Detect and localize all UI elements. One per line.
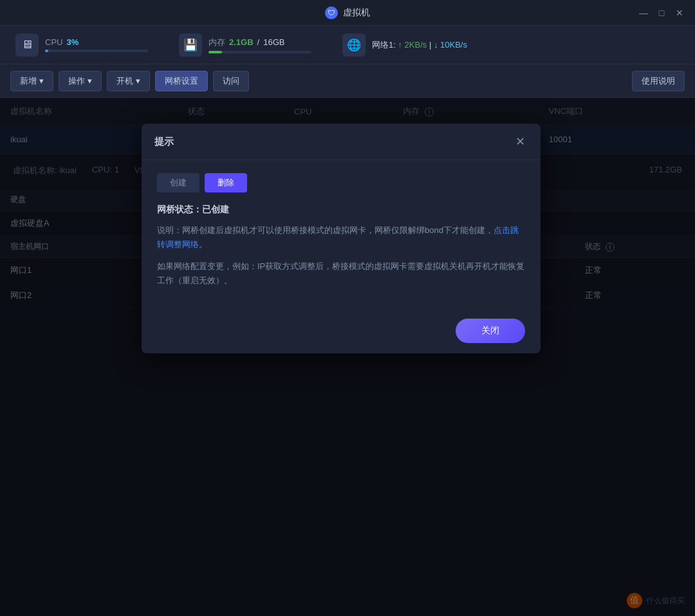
memory-status: 💾 内存 2.1GB / 16GB (179, 33, 311, 57)
window-controls: — □ ✕ (638, 8, 685, 18)
minimize-button[interactable]: — (638, 8, 649, 18)
access-button[interactable]: 访问 (213, 71, 249, 91)
tab-create[interactable]: 创建 (157, 173, 199, 192)
help-button[interactable]: 使用说明 (632, 71, 685, 91)
cpu-percent: 3% (66, 37, 79, 47)
start-button[interactable]: 开机 ▾ (107, 71, 150, 91)
network-info: 网络1: ↑ 2KB/s | ↓ 10KB/s (372, 39, 467, 51)
dialog-title: 提示 (154, 136, 174, 148)
memory-progress-bar (208, 51, 311, 53)
dialog-close-button[interactable]: ✕ (512, 134, 528, 149)
dialog-desc-1: 说明：网桥创建后虚拟机才可以使用桥接模式的虚拟网卡，网桥仅限解绑bond下才能创… (157, 223, 525, 252)
app-icon: 🛡 (325, 6, 338, 19)
cpu-progress-fill (45, 50, 48, 52)
operate-button[interactable]: 操作 ▾ (59, 71, 102, 91)
network-upload: ↑ 2KB/s (398, 40, 427, 50)
cpu-status: 🖥 CPU 3% (15, 33, 148, 57)
status-bar: 🖥 CPU 3% 💾 内存 2.1GB / 16GB 🌐 (0, 26, 695, 64)
memory-total: 16GB (263, 37, 284, 47)
app-title-text: 虚拟机 (343, 7, 370, 19)
network-download: ↓ 10KB/s (434, 40, 467, 50)
bridge-button[interactable]: 网桥设置 (155, 71, 208, 91)
memory-info: 内存 2.1GB / 16GB (208, 37, 311, 53)
dialog-header: 提示 ✕ (142, 124, 541, 160)
app-title: 🛡 虚拟机 (325, 6, 370, 19)
dialog-tab-row: 创建 删除 (157, 173, 525, 192)
title-bar: 🛡 虚拟机 — □ ✕ (0, 0, 695, 26)
maximize-button[interactable]: □ (656, 8, 667, 18)
dialog-desc-2: 如果网络配置变更，例如：IP获取方式调整后，桥接模式的虚拟网卡需要虚拟机关机再开… (157, 259, 525, 288)
dialog-footer: 关闭 (142, 308, 541, 353)
close-button[interactable]: ✕ (674, 8, 685, 18)
memory-label: 内存 2.1GB / 16GB (208, 37, 311, 48)
dialog-body: 创建 删除 网桥状态：已创建 说明：网桥创建后虚拟机才可以使用桥接模式的虚拟网卡… (142, 160, 541, 308)
memory-progress-fill (208, 51, 222, 53)
dialog: 提示 ✕ 创建 删除 网桥状态：已创建 说明：网桥创建后虚拟机才可以使用桥接模式… (142, 124, 541, 353)
dialog-section-title: 网桥状态：已创建 (157, 204, 525, 216)
operate-dropdown-icon: ▾ (88, 76, 92, 86)
adjust-network-link[interactable]: 点击跳转调整网络 (157, 225, 519, 249)
network-status: 🌐 网络1: ↑ 2KB/s | ↓ 10KB/s (342, 33, 467, 57)
new-button[interactable]: 新增 ▾ (10, 71, 53, 91)
tab-delete[interactable]: 删除 (205, 173, 247, 192)
toolbar: 新增 ▾ 操作 ▾ 开机 ▾ 网桥设置 访问 使用说明 (0, 64, 695, 98)
new-dropdown-icon: ▾ (39, 76, 44, 86)
main-content: 虚拟机名称 状态 CPU 内存 i VNC端口 ikuai 10001 虚拟机名… (0, 98, 695, 616)
memory-icon: 💾 (179, 33, 202, 57)
memory-used: 2.1GB (229, 37, 254, 47)
dialog-overlay: 提示 ✕ 创建 删除 网桥状态：已创建 说明：网桥创建后虚拟机才可以使用桥接模式… (0, 98, 695, 616)
cpu-label: CPU 3% (45, 37, 148, 47)
network-icon: 🌐 (342, 33, 366, 57)
cpu-icon: 🖥 (15, 33, 39, 57)
cpu-info: CPU 3% (45, 37, 148, 52)
start-dropdown-icon: ▾ (136, 76, 140, 86)
cpu-progress-bar (45, 50, 148, 52)
close-dialog-button[interactable]: 关闭 (456, 319, 525, 343)
